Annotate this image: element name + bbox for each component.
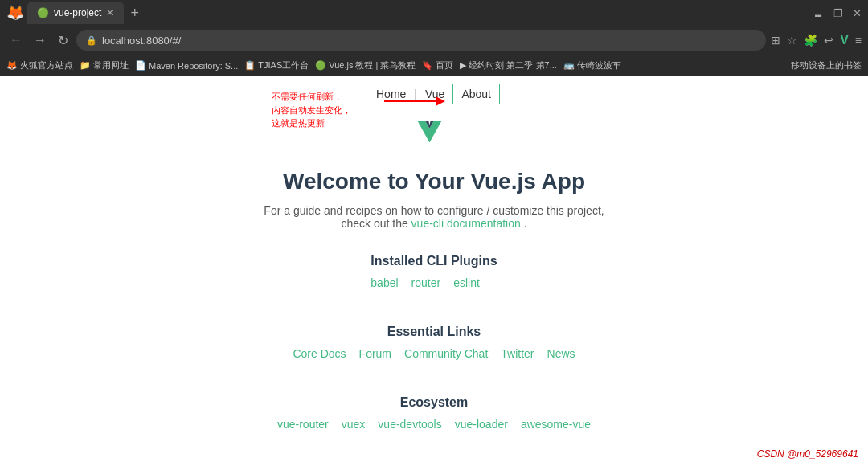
bookmark-page-icon: 🔖 [422, 60, 433, 71]
restore-icon[interactable]: ❐ [833, 7, 843, 19]
browser-logo-icon: 🦊 [6, 4, 24, 22]
page-content: Home | Vue About Welcome to Your Vue.js … [0, 76, 868, 466]
section-essential-links: Essential Links Core Docs Forum Communit… [293, 325, 575, 379]
section-cli-plugins: Installed CLI Plugins babel router eslin… [371, 254, 497, 309]
bookmark-star-icon[interactable]: ☆ [787, 34, 797, 47]
bookmarks-bar: 🦊 火狐官方站点 📁 常用网址 📄 Maven Repository: S...… [0, 55, 868, 76]
router-link[interactable]: router [411, 276, 441, 289]
core-docs-link[interactable]: Core Docs [293, 347, 346, 360]
close-icon[interactable]: ✕ [853, 7, 862, 19]
vue-loader-link[interactable]: vue-loader [455, 418, 508, 431]
bookmark-maven-icon: 📄 [135, 60, 146, 71]
nav-about-link[interactable]: About [452, 84, 500, 104]
vue-icon: V [840, 33, 849, 47]
essential-links-title: Essential Links [293, 325, 575, 339]
svg-marker-0 [417, 121, 441, 142]
awesome-vue-link[interactable]: awesome-vue [521, 418, 591, 431]
bookmark-chuanqi-icon: 🚌 [563, 60, 575, 71]
bookmark-jysk-icon: ▶ [460, 60, 466, 71]
vue-logo [386, 121, 482, 149]
bookmark-firefox[interactable]: 🦊 火狐官方站点 [6, 59, 73, 72]
browser-chrome: 🦊 🟢 vue-project ✕ + 🗕 ❐ ✕ ← → ↻ 🔒 localh… [0, 0, 868, 76]
address-input[interactable]: 🔒 localhost:8080/#/ [76, 30, 766, 51]
page-title: Welcome to Your Vue.js App [283, 169, 585, 194]
ecosystem-links-row: vue-router vuex vue-devtools vue-loader … [277, 418, 591, 431]
csdn-watermark: CSDN @m0_52969641 [757, 448, 858, 460]
vue-router-link[interactable]: vue-router [277, 418, 329, 431]
reader-view-icon[interactable]: ⊞ [771, 34, 780, 47]
tab-close-button[interactable]: ✕ [106, 7, 114, 18]
cli-plugins-title: Installed CLI Plugins [371, 254, 497, 268]
tab-favicon-icon: 🟢 [37, 7, 49, 18]
babel-link[interactable]: babel [371, 276, 398, 289]
extensions-icon[interactable]: 🧩 [804, 34, 817, 47]
page-area: Home | Vue About Welcome to Your Vue.js … [0, 76, 868, 466]
bookmark-icon: 🦊 [6, 60, 18, 71]
tab-title: vue-project [54, 7, 101, 18]
vue-cli-link[interactable]: vue-cli documentation [411, 217, 521, 230]
bookmark-page[interactable]: 🔖 百页 [422, 59, 453, 72]
address-bar: ← → ↻ 🔒 localhost:8080/#/ ⊞ ☆ 🧩 ↩ V ≡ [0, 26, 868, 55]
bookmark-maven[interactable]: 📄 Maven Repository: S... [135, 60, 238, 71]
annotation-arrow [384, 93, 448, 109]
page-subtitle: For a guide and recipes on how to config… [264, 204, 604, 230]
subtitle-end: . [524, 217, 527, 230]
eslint-link[interactable]: eslint [453, 276, 480, 289]
back-button[interactable]: ← [6, 31, 26, 49]
annotation: 不需要任何刷新，内容自动发生变化，这就是热更新 [272, 90, 351, 130]
ecosystem-title: Ecosystem [277, 395, 591, 410]
cli-plugins-links: babel router eslint [371, 276, 497, 289]
community-chat-link[interactable]: Community Chat [404, 347, 488, 360]
back-history-icon[interactable]: ↩ [824, 34, 833, 47]
subtitle-text2: check out the [341, 217, 407, 230]
tab-bar: 🦊 🟢 vue-project ✕ + 🗕 ❐ ✕ [0, 0, 868, 26]
annotation-text: 不需要任何刷新，内容自动发生变化，这就是热更新 [272, 90, 351, 130]
window-controls: 🗕 ❐ ✕ [813, 7, 862, 19]
lock-icon: 🔒 [86, 35, 97, 46]
subtitle-text: For a guide and recipes on how to config… [264, 204, 604, 217]
section-ecosystem: Ecosystem vue-router vuex vue-devtools v… [277, 395, 591, 450]
folder-icon: 📁 [80, 60, 91, 71]
bookmark-chuanqi[interactable]: 🚌 传崎波波车 [563, 59, 621, 72]
forward-button[interactable]: → [31, 31, 50, 49]
minimize-icon[interactable]: 🗕 [813, 7, 824, 19]
vuex-link[interactable]: vuex [342, 418, 366, 431]
toolbar-right: ⊞ ☆ 🧩 ↩ V ≡ [771, 33, 862, 47]
bookmark-vuejs-icon: 🟢 [315, 60, 326, 71]
address-url: localhost:8080/#/ [102, 35, 181, 47]
bookmark-vuejs[interactable]: 🟢 Vue.js 教程 | 菜鸟教程 [315, 59, 416, 72]
new-tab-button[interactable]: + [130, 5, 139, 22]
refresh-button[interactable]: ↻ [55, 31, 72, 50]
bookmark-jysk[interactable]: ▶ 经约时刻 第二季 第7... [460, 59, 556, 72]
browser-tab[interactable]: 🟢 vue-project ✕ [27, 2, 124, 24]
hamburger-menu-icon[interactable]: ≡ [855, 34, 862, 47]
twitter-link[interactable]: Twitter [501, 347, 534, 360]
essential-links-row: Core Docs Forum Community Chat Twitter N… [293, 347, 575, 360]
bookmark-tjias-icon: 📋 [244, 60, 256, 71]
mobile-bookmarks[interactable]: 移动设备上的书签 [791, 59, 862, 72]
bookmark-tjias[interactable]: 📋 TJIAS工作台 [244, 59, 309, 72]
vue-devtools-link[interactable]: vue-devtools [378, 418, 441, 431]
forum-link[interactable]: Forum [359, 347, 391, 360]
news-link[interactable]: News [547, 347, 575, 360]
bookmark-common[interactable]: 📁 常用网址 [80, 59, 129, 72]
